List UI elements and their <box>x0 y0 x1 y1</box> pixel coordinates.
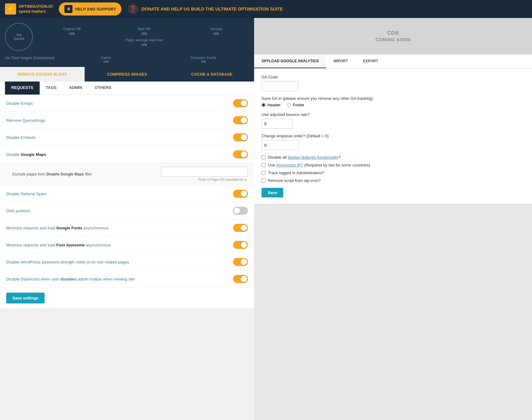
save-ga-button[interactable]: Save <box>262 188 283 197</box>
cdn-coming-soon: CDN COMING SOON <box>254 18 532 55</box>
checkbox-anonymize-ip[interactable]: Use Anonymize IP? (Required by law for s… <box>262 163 525 167</box>
cache-stat: Cache n/a <box>60 56 152 63</box>
sub-tab-others[interactable]: OTHERS <box>88 82 117 95</box>
radio-group: Header Footer <box>262 103 525 107</box>
checkbox-anonymize-ip-input[interactable] <box>262 163 266 167</box>
disable-emojis-toggle[interactable] <box>233 99 248 107</box>
donate-area[interactable]: ❓ DONATE AND HELP US BUILD THE ULTIMATE … <box>128 4 283 14</box>
content-area: Disable Emojis Remove Querystrings <box>0 95 254 287</box>
ga-code-input[interactable] <box>262 81 299 91</box>
gravatars-value: n/a <box>158 60 249 63</box>
bounce-rate-input[interactable] <box>262 119 292 129</box>
disable-dashicons-label: Disable Dashicons when user disables adm… <box>6 277 135 281</box>
toggle-row-disable-wp-password: Disable WordPress password strength mete… <box>0 254 254 271</box>
left-panel: n/a Saved Original DB n/a New DB n/a Sav… <box>0 18 254 420</box>
radio-header[interactable]: Header <box>262 103 281 107</box>
cache-label: Cache <box>60 56 152 60</box>
toggle-row-disable-emojis: Disable Emojis <box>0 95 254 112</box>
ga-tab-offload[interactable]: OFFLOAD GOOGLE ANALYTICS <box>254 55 326 68</box>
exclude-pages-inner: Exclude pages from Disable Google Maps f… <box>12 167 248 181</box>
checkbox-disable-display-input[interactable] <box>262 155 266 159</box>
original-db-stat: Original DB n/a <box>39 27 105 36</box>
help-support-button[interactable]: 🖥 HELP AND SUPPORT <box>59 2 121 15</box>
header: ⚡ OPTIMISATION.IO speed matters 🖥 HELP A… <box>0 0 532 18</box>
dns-prefetch-toggle[interactable] <box>233 207 248 215</box>
ga-panel: OFFLOAD GOOGLE ANALYTICS IMPORT EXPORT G… <box>254 55 532 204</box>
radio-footer-label: Footer <box>293 103 305 107</box>
bounce-rate-group: Use adjusted bounce rate? <box>262 112 525 129</box>
checkbox-disable-display[interactable]: Disable all display features functionali… <box>262 155 525 160</box>
checkbox-track-logged-input[interactable] <box>262 171 266 175</box>
radio-footer-input[interactable] <box>287 103 291 107</box>
disable-google-maps-toggle[interactable] <box>233 150 248 158</box>
checkbox-remove-script[interactable]: Remove script from wp-cron? <box>262 178 525 183</box>
sub-tab-requests[interactable]: REQUESTS <box>5 82 40 95</box>
toggle-row-dns-prefetch: DNS prefetch <box>0 202 254 219</box>
save-ga-label: Save GA in (please ensure you remove any… <box>262 96 525 101</box>
new-db-value: n/a <box>111 31 177 36</box>
donate-icon: ❓ <box>128 4 138 14</box>
display-features-link[interactable]: display features functionality <box>288 155 338 160</box>
radio-header-label: Header <box>267 103 281 107</box>
exclude-pages-label: Exclude pages from Disable Google Maps f… <box>12 172 156 176</box>
sub-tab-admin[interactable]: ADMIN <box>63 82 89 95</box>
checkbox-track-logged[interactable]: Track logged in Administrators? <box>262 170 525 175</box>
saved-value: n/a <box>16 33 21 37</box>
save-settings-area: Save settings <box>0 287 254 308</box>
logo-area: ⚡ OPTIMISATION.IO speed matters <box>5 3 53 15</box>
total-images-stat: n/a Total Images Compressed <box>5 56 54 63</box>
gravatars-label: Gravatars Cache <box>158 56 249 60</box>
checkbox-disable-display-label: Disable all display features functionali… <box>268 155 341 160</box>
disable-referral-spam-label: Disable Referral Spam <box>6 192 47 196</box>
enqueue-input[interactable] <box>262 140 299 150</box>
pages-load-stat: Pages average load time n/a <box>39 38 249 47</box>
minimize-google-fonts-toggle[interactable] <box>233 224 248 232</box>
ga-tab-export[interactable]: EXPORT <box>355 55 385 68</box>
stats-area: n/a Saved Original DB n/a New DB n/a Sav… <box>0 18 254 56</box>
checkbox-track-logged-label: Track logged in Administrators? <box>268 170 324 175</box>
save-settings-button[interactable]: Save settings <box>6 293 45 303</box>
toggle-row-minimize-google-fonts: Minimize requests and load Google Fonts … <box>0 219 254 237</box>
minimize-font-awesome-label: Minimize requests and load Font Awesome … <box>6 243 111 247</box>
new-db-stat: New DB n/a <box>111 27 177 36</box>
disable-embeds-toggle[interactable] <box>233 133 248 141</box>
help-icon: 🖥 <box>64 5 73 13</box>
remove-querystrings-label: Remove Querystrings <box>6 118 45 123</box>
logo-icon: ⚡ <box>5 3 16 15</box>
exclude-pages-hint: Posts or Pages IDs separated by a , <box>161 178 248 181</box>
remove-querystrings-toggle[interactable] <box>233 116 248 124</box>
toggle-row-disable-dashicons: Disable Dashicons when user disables adm… <box>0 271 254 287</box>
disable-wp-password-toggle[interactable] <box>233 258 248 266</box>
disable-wp-password-label: Disable WordPress password strength mete… <box>6 260 129 264</box>
savings-value: n/a <box>183 31 249 36</box>
disable-referral-spam-toggle[interactable] <box>233 190 248 198</box>
checkbox-remove-script-input[interactable] <box>262 179 266 183</box>
disable-google-maps-label: Disable Google Maps <box>6 152 46 157</box>
logo-line2: speed matters <box>19 9 53 14</box>
radio-header-input[interactable] <box>262 103 266 107</box>
dns-prefetch-label: DNS prefetch <box>6 209 30 213</box>
saved-circle: n/a Saved <box>5 23 33 51</box>
logo-text: OPTIMISATION.IO speed matters <box>19 4 53 14</box>
stats-bottom: n/a Total Images Compressed Cache n/a Gr… <box>0 56 254 67</box>
tab-cache-database[interactable]: CACHE & DATABASE <box>169 67 254 82</box>
help-support-label: HELP AND SUPPORT <box>75 7 116 11</box>
anonymize-ip-link[interactable]: Anonymize IP? <box>276 163 303 167</box>
toggle-row-minimize-font-awesome: Minimize requests and load Font Awesome … <box>0 237 254 254</box>
radio-footer[interactable]: Footer <box>287 103 305 107</box>
disable-dashicons-toggle[interactable] <box>233 275 248 283</box>
main-wrapper: n/a Saved Original DB n/a New DB n/a Sav… <box>0 18 532 420</box>
exclude-pages-input[interactable] <box>161 167 248 177</box>
nav-tabs: REMOVE EXCESS BLOAT COMPRESS IMAGES CACH… <box>0 67 254 82</box>
minimize-font-awesome-toggle[interactable] <box>233 241 248 249</box>
disable-embeds-label: Disable Embeds <box>6 135 36 140</box>
tab-remove-excess-bloat[interactable]: REMOVE EXCESS BLOAT <box>0 67 85 82</box>
original-db-value: n/a <box>39 31 105 36</box>
logo-line1: OPTIMISATION.IO <box>19 4 53 9</box>
enqueue-label: Change enqueue order? (Default = 0) <box>262 134 525 138</box>
toggle-row-remove-querystrings: Remove Querystrings <box>0 112 254 129</box>
ga-tab-import[interactable]: IMPORT <box>326 55 355 68</box>
sub-tab-tags[interactable]: TAGS <box>40 82 63 95</box>
tab-compress-images[interactable]: COMPRESS IMAGES <box>85 67 170 82</box>
pages-load-value: n/a <box>39 42 249 47</box>
